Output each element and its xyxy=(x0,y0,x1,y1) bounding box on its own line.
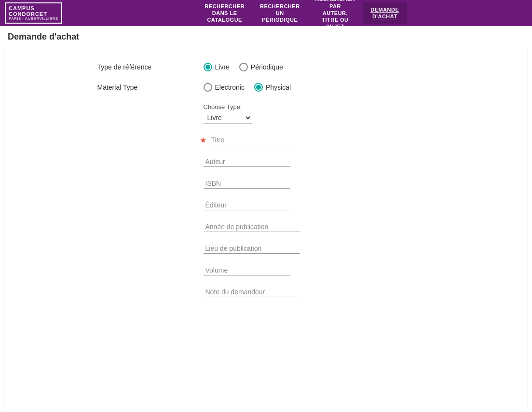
lieu-row xyxy=(204,244,435,254)
logo-sub: PARIS · AUBERVILLIERS xyxy=(9,17,58,21)
radio-periodique[interactable]: Périodique xyxy=(239,63,283,71)
radio-livre-circle xyxy=(204,63,212,71)
isbn-input[interactable] xyxy=(204,179,290,189)
volume-input[interactable] xyxy=(204,265,290,275)
nav-links: RECHERCHERDANS LECATALOGUE RECHERCHERUNP… xyxy=(77,0,527,34)
material-type-label: Material Type xyxy=(97,83,204,91)
note-input[interactable] xyxy=(204,287,300,297)
reference-type-radio-group: Livre Périodique xyxy=(204,63,283,71)
nav-auteur[interactable]: RECHERCHERPARAUTEUR,TITRE OUSUJET xyxy=(308,0,363,34)
choose-type-select[interactable]: Livre Périodique xyxy=(204,112,252,124)
radio-physical-circle xyxy=(254,83,263,92)
radio-periodique-circle xyxy=(239,63,248,71)
radio-electronic-circle xyxy=(204,83,212,92)
titre-input[interactable] xyxy=(209,135,296,145)
logo-line2: CONDORCET xyxy=(9,11,58,17)
required-star-titre: ★ xyxy=(200,136,206,145)
titre-row: ★ xyxy=(200,135,435,145)
radio-livre[interactable]: Livre xyxy=(204,63,230,71)
isbn-row xyxy=(204,179,435,189)
radio-electronic[interactable]: Electronic xyxy=(204,83,245,92)
nav-periodique[interactable]: RECHERCHERUNPÉRIODIQUE xyxy=(252,0,308,27)
form-container: Type de référence Livre Périodique Mater… xyxy=(97,63,435,297)
logo-line1: CAMPUS xyxy=(9,5,58,11)
navbar: CAMPUS CONDORCET PARIS · AUBERVILLIERS R… xyxy=(0,0,532,26)
material-type-radio-group: Electronic Physical xyxy=(204,83,291,92)
volume-row xyxy=(204,265,435,275)
nav-catalogue[interactable]: RECHERCHERDANS LECATALOGUE xyxy=(197,0,252,27)
annee-input[interactable] xyxy=(204,222,300,232)
material-type-row: Material Type Electronic Physical xyxy=(97,83,435,92)
radio-electronic-label: Electronic xyxy=(215,83,245,91)
radio-livre-label: Livre xyxy=(215,63,230,71)
radio-physical-label: Physical xyxy=(266,83,291,91)
radio-physical[interactable]: Physical xyxy=(254,83,291,92)
annee-row xyxy=(204,222,435,232)
reference-type-label: Type de référence xyxy=(97,63,204,71)
auteur-row xyxy=(204,157,435,167)
content-area: Type de référence Livre Périodique Mater… xyxy=(4,48,528,412)
nav-demande[interactable]: DEMANDED'ACHAT xyxy=(363,2,407,24)
editeur-input[interactable] xyxy=(204,200,290,210)
radio-periodique-label: Périodique xyxy=(251,63,283,71)
note-row xyxy=(204,287,435,297)
reference-type-row: Type de référence Livre Périodique xyxy=(97,63,435,71)
auteur-input[interactable] xyxy=(204,157,290,167)
editeur-row xyxy=(204,200,435,210)
choose-type-row: Choose Type: Livre Périodique xyxy=(204,103,435,124)
choose-type-label: Choose Type: xyxy=(204,103,242,110)
logo[interactable]: CAMPUS CONDORCET PARIS · AUBERVILLIERS xyxy=(5,2,62,24)
lieu-input[interactable] xyxy=(204,244,300,254)
